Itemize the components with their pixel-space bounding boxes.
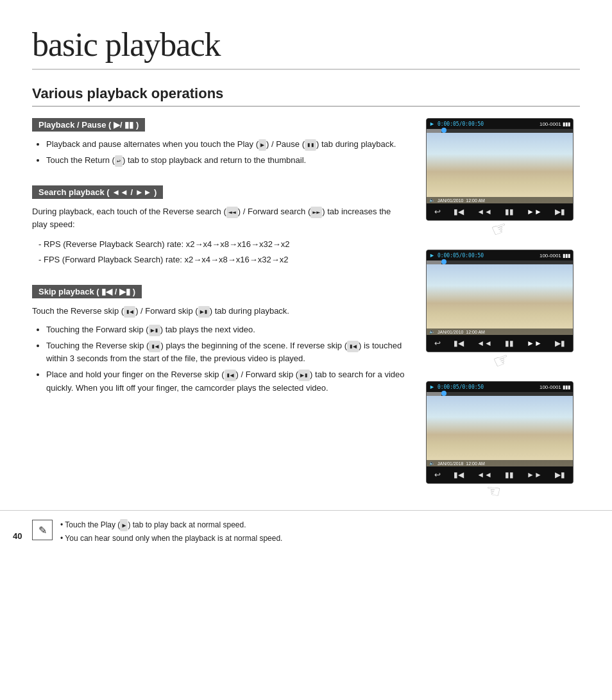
- finger-wrapper-2: ☞: [426, 350, 580, 371]
- cam-btn-prev-2[interactable]: ▮◀: [454, 339, 464, 348]
- cam-btn-pause-3[interactable]: ▮▮: [505, 470, 514, 479]
- beach-scene-1: [427, 133, 573, 203]
- cam-btn-ff-2[interactable]: ►►: [527, 339, 542, 348]
- left-column: Playback / Pause ( ▶/ ▮▮ ) Playback and …: [32, 118, 407, 501]
- skip-plain-text: Touch the Reverse skip (▮◀) / Forward sk…: [32, 305, 407, 318]
- cam-image-3: 🔈 JAN/01/2018 12:00 AM: [427, 396, 573, 466]
- cam-time-1: 0:00:05/0:00:50: [438, 121, 484, 127]
- cam-screen-3-wrapper: ► 0:00:05/0:00:50 100-0001 ▮▮▮ U C-: [426, 381, 580, 501]
- cam-volume-1: 🔈: [429, 198, 435, 203]
- cam-overlay-3: 🔈 JAN/01/2018 12:00 AM: [427, 460, 573, 466]
- cam-header-1: ► 0:00:05/0:00:50 100-0001 ▮▮▮: [427, 119, 573, 129]
- cam-clip-2: 100-0001 ▮▮▮: [540, 253, 570, 259]
- cam-progress-dot-3: [441, 391, 446, 396]
- finger-wrapper-1: ☞: [426, 218, 580, 239]
- section-heading: Various playback operations: [32, 85, 580, 107]
- skip-bullet-3: Place and hold your finger on the Revers…: [46, 368, 407, 395]
- cam-btn-rr-2[interactable]: ◄◄: [477, 339, 492, 348]
- cam-clip-3: 100-0001 ▮▮▮: [540, 384, 570, 390]
- subsection-title-search: Search playback ( ◄◄ / ►► ): [32, 185, 163, 199]
- search-dash-list: RPS (Reverse Playback Search) rate: x2→x…: [32, 237, 407, 267]
- cam-clip-1: 100-0001 ▮▮▮: [540, 121, 570, 127]
- cam-screen-3: ► 0:00:05/0:00:50 100-0001 ▮▮▮ U C-: [426, 381, 574, 484]
- cam-footer-3: ↩ ▮◀ ◄◄ ▮▮ ►► ▶▮: [427, 466, 573, 483]
- cam-btn-return-1[interactable]: ↩: [434, 207, 441, 216]
- cam-wrapper-3: ► 0:00:05/0:00:50 100-0001 ▮▮▮ U C-: [426, 381, 580, 484]
- page-footer: ✎ • Touch the Play (▶) tab to play back …: [0, 510, 612, 552]
- footer-notes: • Touch the Play (▶) tab to play back at…: [60, 518, 282, 545]
- cam-volume-3: 🔈: [429, 461, 435, 466]
- footer-note-icon: ✎: [32, 520, 53, 540]
- cam-progress-dot-1: [441, 128, 446, 133]
- cam-btn-next-1[interactable]: ▶▮: [555, 207, 565, 216]
- cam-screen-2-wrapper: ► 0:00:05/0:00:50 100-0001 ▮▮▮ U C-: [426, 250, 580, 371]
- cam-screen-1-wrapper: ► 0:00:05/0:00:50 100-0001 ▮▮▮ U C-: [426, 118, 580, 239]
- cam-btn-return-2[interactable]: ↩: [434, 339, 441, 348]
- subsection-title-skip: Skip playback ( ▮◀ / ▶▮ ): [32, 285, 142, 298]
- finger-icon-3: ☞: [484, 480, 502, 502]
- cam-screen-1: ► 0:00:05/0:00:50 100-0001 ▮▮▮ U C-: [426, 118, 574, 221]
- cam-overlay-2: 🔈 JAN/01/2010 12:00 AM: [427, 329, 573, 335]
- search-dash-2: FPS (Forward Playback Search) rate: x2→x…: [38, 252, 407, 267]
- cam-btn-return-3[interactable]: ↩: [434, 470, 441, 479]
- playback-bullet-1: Playback and pause alternates when you t…: [46, 138, 407, 151]
- page-number: 40: [13, 531, 22, 541]
- cam-play-icon-2: ►: [429, 252, 435, 259]
- subsection-skip-playback: Skip playback ( ▮◀ / ▶▮ ) Touch the Reve…: [32, 285, 407, 395]
- beach-scene-3: [427, 396, 573, 466]
- cam-header-3: ► 0:00:05/0:00:50 100-0001 ▮▮▮: [427, 382, 573, 392]
- cam-btn-prev-3[interactable]: ▮◀: [454, 470, 464, 479]
- cam-progress-dot-2: [441, 259, 446, 264]
- cam-header-2: ► 0:00:05/0:00:50 100-0001 ▮▮▮: [427, 250, 573, 260]
- page: basic playback Various playback operatio…: [0, 0, 612, 552]
- cam-wrapper-1: ► 0:00:05/0:00:50 100-0001 ▮▮▮ U C-: [426, 118, 580, 221]
- cam-date-3: JAN/01/2018 12:00 AM: [438, 461, 485, 466]
- subsection-search-playback: Search playback ( ◄◄ / ►► ) During playb…: [32, 185, 407, 267]
- skip-bullet-1: Touching the Forward skip (▶▮) tab plays…: [46, 323, 407, 337]
- cam-date-2: JAN/01/2010 12:00 AM: [438, 330, 485, 334]
- finger-wrapper-3: ☞: [426, 481, 580, 501]
- cam-btn-rr-3[interactable]: ◄◄: [477, 470, 492, 479]
- cam-date-1: JAN/01/2010 12:00 AM: [438, 198, 485, 203]
- search-dash-1: RPS (Reverse Playback Search) rate: x2→x…: [38, 237, 407, 252]
- cam-wrapper-2: ► 0:00:05/0:00:50 100-0001 ▮▮▮ U C-: [426, 250, 580, 352]
- cam-image-1: 🔈 JAN/01/2010 12:00 AM: [427, 133, 573, 203]
- cam-btn-pause-2[interactable]: ▮▮: [505, 339, 514, 348]
- cam-screen-2: ► 0:00:05/0:00:50 100-0001 ▮▮▮ U C-: [426, 250, 574, 352]
- skip-bullet-list: Touching the Forward skip (▶▮) tab plays…: [32, 323, 407, 395]
- page-title: basic playback: [32, 26, 580, 70]
- playback-bullet-list: Playback and pause alternates when you t…: [32, 138, 407, 167]
- right-column: ► 0:00:05/0:00:50 100-0001 ▮▮▮ U C-: [426, 118, 580, 501]
- search-plain-text: During playback, each touch of the Rever…: [32, 205, 407, 232]
- cam-time-3: 0:00:05/0:00:50: [438, 384, 484, 390]
- footer-note-1: • Touch the Play (▶) tab to play back at…: [60, 518, 282, 531]
- cam-time-2: 0:00:05/0:00:50: [438, 253, 484, 259]
- cam-btn-prev-1[interactable]: ▮◀: [454, 207, 464, 216]
- cam-btn-next-2[interactable]: ▶▮: [555, 339, 565, 348]
- cam-btn-ff-3[interactable]: ►►: [527, 470, 542, 479]
- skip-bullet-2: Touching the Reverse skip (▮◀) plays the…: [46, 339, 407, 366]
- cam-btn-rr-1[interactable]: ◄◄: [477, 207, 492, 216]
- cam-overlay-1: 🔈 JAN/01/2010 12:00 AM: [427, 197, 573, 203]
- playback-bullet-2: Touch the Return (↩) tab to stop playbac…: [46, 154, 407, 167]
- subsection-title-playback: Playback / Pause ( ▶/ ▮▮ ): [32, 118, 145, 132]
- footer-note-2: • You can hear sound only when the playb…: [60, 532, 282, 545]
- cam-image-2: 🔈 JAN/01/2010 12:00 AM: [427, 264, 573, 335]
- cam-btn-ff-1[interactable]: ►►: [527, 207, 542, 216]
- cam-btn-pause-1[interactable]: ▮▮: [505, 207, 514, 216]
- cam-btn-next-3[interactable]: ▶▮: [555, 470, 565, 479]
- cam-play-icon-3: ►: [429, 384, 435, 390]
- cam-volume-2: 🔈: [429, 329, 435, 334]
- content-area: Playback / Pause ( ▶/ ▮▮ ) Playback and …: [32, 118, 580, 501]
- cam-play-icon-1: ►: [429, 121, 435, 127]
- beach-scene-2: [427, 264, 573, 335]
- subsection-playback-pause: Playback / Pause ( ▶/ ▮▮ ) Playback and …: [32, 118, 407, 167]
